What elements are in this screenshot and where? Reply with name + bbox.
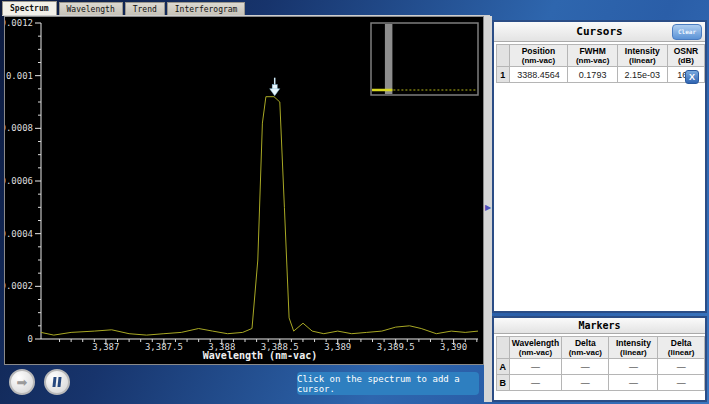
marker-a-delta-linear: — (658, 359, 705, 375)
marker-b-delta-linear: — (658, 375, 705, 391)
svg-text:3,389: 3,389 (324, 342, 351, 352)
spectrum-trace (41, 97, 478, 335)
markers-panel: Markers Wavelength(nm-vac) Delta(nm-vac)… (492, 316, 707, 402)
col-intensity: Intensity(linear) (617, 45, 667, 67)
svg-text:3,389.5: 3,389.5 (377, 342, 415, 352)
cursors-table: Position(nm-vac) FWHM(nm-vac) Intensity(… (496, 44, 705, 83)
tab-wavelength[interactable]: Wavelength (59, 2, 123, 15)
marker-b-index: B (497, 375, 510, 391)
svg-text:0.001: 0.001 (6, 71, 33, 81)
svg-text:3,387.5: 3,387.5 (145, 342, 183, 352)
svg-text:0.0004: 0.0004 (5, 229, 33, 239)
tab-trend[interactable]: Trend (125, 2, 165, 15)
marker-row-b: B — — — — (497, 375, 705, 391)
cursor-row-1: 1 3388.4564 0.1793 2.15e-03 16.6 (497, 67, 705, 83)
marker-a-intensity: — (609, 359, 658, 375)
clear-cursors-button[interactable]: Clear (672, 24, 702, 40)
svg-text:0.0006: 0.0006 (5, 176, 33, 186)
inset-selection-window[interactable] (385, 24, 393, 94)
tab-spectrum[interactable]: Spectrum (2, 1, 57, 15)
cursor-position-value: 3388.4564 (509, 67, 568, 83)
forward-arrow-icon: ➡ (17, 376, 28, 389)
marker-a-delta-nm: — (562, 359, 609, 375)
pause-button[interactable] (44, 369, 70, 395)
panel-divider[interactable]: ▶ (484, 16, 492, 402)
app-window: { "tabs": { "items": [ { "label": "Spect… (0, 0, 709, 404)
col-delta-nm: Delta(nm-vac) (562, 337, 609, 359)
tab-bar: Spectrum Wavelength Trend Interferogram (2, 2, 490, 16)
col-osnr: OSNR(dB) (667, 45, 704, 67)
overview-inset (371, 23, 478, 95)
markers-table: Wavelength(nm-vac) Delta(nm-vac) Intensi… (496, 336, 705, 391)
col-position: Position(nm-vac) (509, 45, 568, 67)
svg-text:0.0012: 0.0012 (5, 18, 33, 28)
svg-text:3,387: 3,387 (92, 342, 119, 352)
col-delta-linear: Delta(linear) (658, 337, 705, 359)
cursor-intensity-value: 2.15e-03 (617, 67, 667, 83)
svg-text:0.0008: 0.0008 (5, 123, 33, 133)
delete-cursor-button[interactable]: X (685, 70, 699, 84)
svg-text:0.0002: 0.0002 (5, 281, 33, 291)
col-fwhm: FWHM(nm-vac) (568, 45, 617, 67)
marker-a-index: A (497, 359, 510, 375)
x-axis-title: Wavelength (nm-vac) (203, 350, 317, 361)
cursors-panel: Cursors Clear Position(nm-vac) FWHM(nm-v… (492, 20, 707, 313)
spectrum-plot[interactable]: 00.00020.00040.00060.00080.0010.0012 3,3… (5, 17, 483, 364)
cursors-title: Cursors Clear (494, 22, 705, 42)
marker-b-delta-nm: — (562, 375, 609, 391)
cursors-corner-cell (497, 45, 510, 67)
cursor-marker-icon[interactable] (270, 78, 280, 96)
collapse-handle-icon[interactable]: ▶ (484, 202, 492, 214)
cursors-title-text: Cursors (576, 25, 622, 38)
y-axis-tick-labels: 00.00020.00040.00060.00080.0010.0012 (5, 18, 33, 344)
cursor-row-index: 1 (497, 67, 510, 83)
marker-b-wavelength: — (509, 375, 562, 391)
hint-banner: Click on the spectrum to add a cursor. (297, 372, 479, 395)
markers-title-text: Markers (578, 320, 620, 331)
cursor-fwhm-value: 0.1793 (568, 67, 617, 83)
pause-icon (53, 377, 61, 387)
marker-row-a: A — — — — (497, 359, 705, 375)
svg-text:0: 0 (28, 334, 33, 344)
tab-interferogram[interactable]: Interferogram (167, 2, 246, 15)
svg-text:3,390: 3,390 (440, 342, 467, 352)
col-wavelength: Wavelength(nm-vac) (509, 337, 562, 359)
marker-b-intensity: — (609, 375, 658, 391)
markers-title: Markers (494, 318, 705, 334)
col-intensity-linear: Intensity(linear) (609, 337, 658, 359)
markers-corner-cell (497, 337, 510, 359)
single-acquire-button[interactable]: ➡ (9, 369, 35, 395)
spectrum-chart-panel[interactable]: 00.00020.00040.00060.00080.0010.0012 3,3… (4, 16, 484, 365)
marker-a-wavelength: — (509, 359, 562, 375)
